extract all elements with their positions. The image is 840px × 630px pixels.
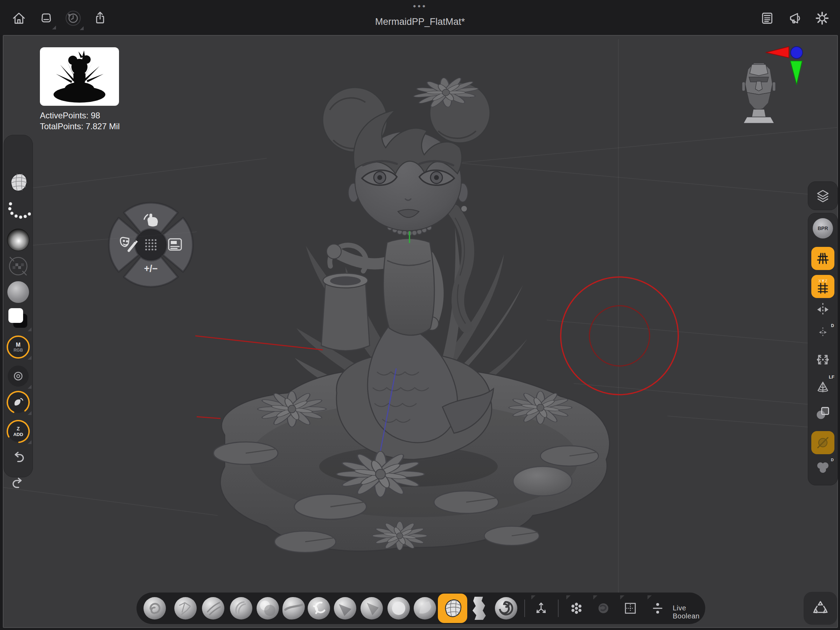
- selection-frame-button[interactable]: [623, 601, 638, 616]
- camera-orientation-head[interactable]: [742, 63, 775, 123]
- brush-thumb-8[interactable]: [334, 597, 356, 619]
- brush-thumb-14[interactable]: [495, 597, 517, 619]
- toolbar-separator: [524, 600, 525, 617]
- alpha-preview[interactable]: [7, 229, 29, 251]
- radial-center-handle[interactable]: [136, 230, 166, 260]
- toolbar-separator: [558, 600, 559, 617]
- subtool-thumbnail[interactable]: [40, 47, 119, 106]
- gizmo-move-button[interactable]: [534, 601, 549, 616]
- submenu-fold: [566, 595, 570, 600]
- live-boolean-label[interactable]: Live Boolean: [673, 604, 705, 620]
- grid-icon: [816, 282, 830, 294]
- brush-thumb-13[interactable]: [472, 597, 486, 620]
- divider-icon: [650, 601, 665, 616]
- stroke-preview[interactable]: [6, 202, 31, 221]
- polyframe-button[interactable]: [811, 247, 834, 270]
- red-cone-x[interactable]: [766, 47, 789, 58]
- dots-cluster-icon: [569, 601, 584, 616]
- lf-cone-icon: [815, 378, 831, 395]
- subtools-d-button[interactable]: D: [815, 459, 831, 475]
- recycle-icon: [811, 599, 829, 617]
- submenu-corner: [28, 385, 32, 389]
- gear-icon: [815, 11, 830, 26]
- brush-thumb-6[interactable]: [283, 597, 305, 619]
- notes-panel-button[interactable]: [759, 10, 775, 27]
- layers-icon: [815, 188, 831, 204]
- expand-view-button[interactable]: [815, 351, 831, 368]
- brush-thumb-10[interactable]: [387, 597, 410, 619]
- brush-thumb-1[interactable]: [144, 597, 166, 619]
- right-rail-top: [808, 181, 838, 210]
- brush-thumb-3[interactable]: [202, 597, 224, 619]
- multitask-dots[interactable]: •••: [0, 2, 840, 11]
- submenu-corner: [28, 328, 32, 331]
- opacity-ring: [6, 390, 30, 415]
- sphere-disabled-button[interactable]: [811, 431, 834, 454]
- brush-thumb-12-selected[interactable]: [438, 594, 467, 623]
- texture-off[interactable]: [7, 255, 29, 279]
- sphere-s-button[interactable]: [596, 601, 611, 616]
- grid-xyz-button[interactable]: XYZ: [811, 275, 834, 298]
- brush-preview[interactable]: [7, 171, 30, 195]
- document-title: MermaidPP_FlatMat*: [0, 16, 840, 27]
- zadd-ring: [6, 419, 30, 444]
- circle-square-icon: [815, 404, 831, 421]
- focal-shift-button[interactable]: [8, 366, 29, 386]
- undo-icon: [10, 450, 26, 464]
- mermaid-sculpture: [213, 74, 610, 552]
- subtools-d-label: D: [831, 458, 834, 462]
- mrgb-ring: [6, 335, 30, 359]
- layers-button[interactable]: [815, 188, 831, 204]
- mrgb-mode-button[interactable]: M RGB: [8, 337, 29, 358]
- blue-sphere-z[interactable]: [791, 47, 802, 59]
- bpr-label: BPR: [818, 226, 828, 231]
- undo-button[interactable]: [10, 450, 26, 466]
- silhouette-preview: [40, 47, 119, 106]
- green-cone-y[interactable]: [790, 61, 802, 85]
- submenu-fold: [647, 595, 652, 600]
- bpr-render-button[interactable]: BPR: [813, 218, 833, 239]
- brush-thumb-11[interactable]: [414, 597, 436, 619]
- divider-button[interactable]: [650, 601, 665, 616]
- brush-opacity-button[interactable]: [8, 392, 29, 413]
- brush-toolbar: Live Boolean: [136, 592, 705, 624]
- move-brush-icon: [441, 597, 464, 619]
- material-preview[interactable]: [7, 281, 29, 303]
- symmetry-d-label: D: [831, 323, 834, 328]
- sculpt-viewport[interactable]: ActivePoints: 98 TotalPoints: 7.827 Mil: [3, 35, 838, 628]
- radial-quick-menu[interactable]: +/−: [107, 201, 194, 288]
- brush-thumb-4[interactable]: [230, 597, 253, 619]
- recycle-button[interactable]: [804, 592, 837, 625]
- redo-button[interactable]: [10, 476, 26, 492]
- reference-view-button[interactable]: [815, 404, 831, 421]
- lf-cone-button[interactable]: LF: [815, 378, 831, 395]
- subtools-icon: [815, 459, 831, 475]
- symmetry-button[interactable]: [815, 302, 831, 318]
- sculpture-scene: [3, 36, 837, 627]
- gizmo-move-icon: [534, 601, 549, 616]
- color-swatch[interactable]: [7, 307, 29, 330]
- announcements-button[interactable]: [786, 10, 803, 27]
- brush-thumb-2[interactable]: [174, 597, 197, 619]
- zadd-mode-button[interactable]: Z ADD: [8, 421, 29, 442]
- points-stats: ActivePoints: 98 TotalPoints: 7.827 Mil: [40, 110, 120, 132]
- focal-shift-icon: [12, 370, 24, 382]
- symmetry-d-button[interactable]: D: [816, 325, 830, 339]
- megaphone-icon: [787, 11, 802, 26]
- redo-icon: [10, 476, 26, 490]
- right-rail-main: BPR XYZ: [808, 213, 838, 485]
- settings-button[interactable]: [814, 10, 831, 27]
- stroke-preview-icon: [6, 202, 31, 220]
- brush-thumb-5[interactable]: [257, 597, 279, 619]
- brush-thumb-7[interactable]: [308, 597, 330, 619]
- brush-preview-icon: [7, 171, 30, 194]
- submenu-fold: [620, 595, 624, 600]
- selection-frame-icon: [623, 601, 638, 616]
- zbrush-app-window: ••• MermaidPP_FlatMat*: [0, 0, 840, 630]
- submenu-corner: [28, 411, 32, 415]
- brush-thumb-9[interactable]: [360, 597, 383, 619]
- alpha-sphere-icon: [7, 229, 29, 251]
- plus-minus-label: +/−: [144, 263, 158, 274]
- notes-panel-icon: [759, 11, 775, 26]
- dots-cluster-button[interactable]: [569, 601, 584, 616]
